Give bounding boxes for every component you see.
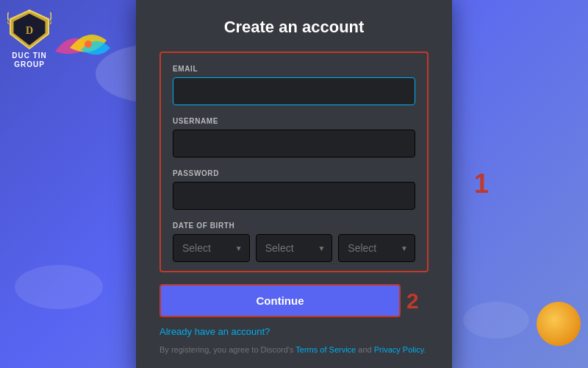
year-select[interactable]: Select [338,234,415,262]
dob-selects-row: Select January February March April May … [173,234,415,262]
logo-emblem-icon: D [7,7,51,52]
terms-text: By registering, you agree to Discord's T… [159,344,429,355]
logo-name: DUC TIN GROUP [12,52,47,69]
privacy-policy-link[interactable]: Privacy Policy [374,345,424,354]
month-select[interactable]: Select January February March April May … [173,234,250,262]
password-label: PASSWORD [173,169,415,177]
registration-modal: Create an account EMAIL USERNAME PASSWOR… [136,0,452,368]
year-select-wrap: Select ▼ [338,234,415,262]
email-field-group: EMAIL [173,65,415,105]
side-decoration [537,302,581,346]
annotation-2: 2 [406,289,429,314]
svg-point-4 [85,40,92,48]
login-link[interactable]: Already have an account? [159,326,429,337]
bird-decoration-icon [48,22,121,66]
cloud-decor-3 [463,302,529,339]
modal-wrapper: 1 Create an account EMAIL USERNAME PASSW… [136,0,452,368]
password-field-group: PASSWORD [173,169,415,210]
continue-row: Continue 2 [159,284,429,317]
email-input[interactable] [173,77,415,105]
day-select-wrap: Select ▼ [256,234,333,262]
form-section: EMAIL USERNAME PASSWORD DATE OF BIRTH [159,52,429,272]
username-input[interactable] [173,130,415,158]
day-select[interactable]: Select [256,234,333,262]
username-label: USERNAME [173,117,415,125]
username-field-group: USERNAME [173,117,415,158]
cloud-decor-2 [15,265,103,309]
modal-title: Create an account [159,18,429,37]
dob-label: DATE OF BIRTH [173,222,415,230]
month-select-wrap: Select January February March April May … [173,234,250,262]
terms-of-service-link[interactable]: Terms of Service [295,345,356,354]
logo-area: D DUC TIN GROUP [7,7,51,69]
svg-point-3 [28,10,31,13]
password-input[interactable] [173,182,415,210]
svg-text:D: D [26,25,33,36]
continue-button[interactable]: Continue [159,284,401,317]
dob-field-group: DATE OF BIRTH Select January February Ma… [173,222,415,262]
email-label: EMAIL [173,65,415,73]
annotation-1: 1 [474,169,489,199]
